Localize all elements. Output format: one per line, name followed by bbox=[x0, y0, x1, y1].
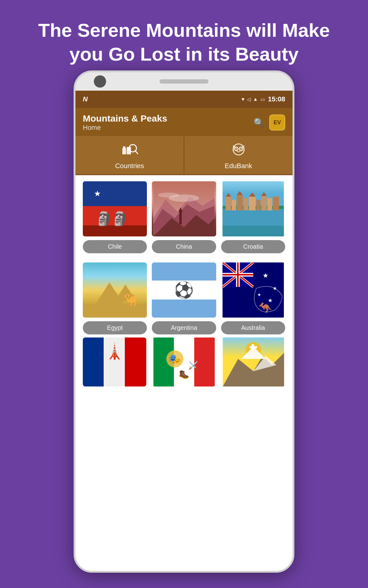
croatia-image bbox=[221, 181, 285, 236]
france-img-block: 🗼 bbox=[83, 337, 146, 386]
chile-img-block: 🗿 🗿 bbox=[83, 181, 147, 236]
arg-stripe-top bbox=[152, 262, 216, 281]
svg-text:★: ★ bbox=[257, 292, 261, 297]
china-label: China bbox=[152, 240, 216, 253]
tab-countries[interactable]: Countries bbox=[75, 136, 184, 174]
svg-rect-27 bbox=[261, 196, 266, 210]
svg-text:🦘: 🦘 bbox=[259, 301, 272, 314]
status-left: N bbox=[83, 95, 88, 103]
svg-rect-25 bbox=[249, 197, 255, 210]
egypt-bg: 🐪 bbox=[83, 262, 147, 318]
svg-point-9 bbox=[240, 148, 242, 149]
headline: The Serene Mountains will Make you Go Lo… bbox=[0, 0, 368, 78]
country-card-china[interactable]: China bbox=[152, 181, 216, 253]
search-button[interactable]: 🔍 bbox=[254, 118, 264, 128]
moai-2-icon: 🗿 bbox=[112, 211, 128, 227]
france-bg: 🗼 bbox=[83, 337, 146, 386]
france-image: 🗼 bbox=[83, 337, 146, 386]
eiffel-tower-icon: 🗼 bbox=[105, 342, 124, 360]
status-time: 15:08 bbox=[268, 95, 285, 103]
wifi-icon: ▾ bbox=[242, 96, 244, 103]
phone-top-bar bbox=[75, 72, 293, 91]
china-img-block bbox=[152, 181, 216, 236]
svg-rect-21 bbox=[225, 197, 231, 210]
nexus-icon: N bbox=[83, 95, 88, 103]
app-header: Mountains & Peaks Home 🔍 EV bbox=[75, 108, 293, 136]
page-wrapper: The Serene Mountains will Make you Go Lo… bbox=[0, 0, 368, 588]
soccer-ball-icon: ⚽ bbox=[174, 281, 194, 300]
battery-icon: ▭ bbox=[260, 96, 265, 102]
svg-text:🥾: 🥾 bbox=[178, 369, 189, 379]
svg-rect-0 bbox=[122, 148, 126, 154]
svg-point-8 bbox=[236, 148, 237, 149]
app-title: Mountains & Peaks bbox=[83, 113, 167, 124]
switzerland-image bbox=[222, 337, 285, 386]
chile-ground bbox=[83, 225, 147, 236]
svg-rect-1 bbox=[123, 146, 125, 149]
countries-tab-label: Countries bbox=[115, 162, 144, 170]
edubank-tab-icon bbox=[230, 141, 247, 161]
country-card-australia[interactable]: ★ ★ ★ ★ 🦘 Aus bbox=[221, 262, 285, 334]
svg-rect-28 bbox=[267, 198, 272, 210]
phone-speaker bbox=[159, 79, 209, 84]
svg-line-4 bbox=[135, 151, 138, 154]
country-card-argentina[interactable]: ⚽ Argentina bbox=[152, 262, 216, 334]
svg-rect-14 bbox=[179, 212, 182, 224]
chile-star-stripe bbox=[83, 181, 112, 206]
edubank-tab-label: EduBank bbox=[225, 162, 252, 170]
argentina-bg: ⚽ bbox=[152, 262, 216, 318]
svg-text:🎭: 🎭 bbox=[169, 353, 181, 365]
arg-stripe-bottom bbox=[152, 300, 216, 318]
phone-camera bbox=[94, 75, 106, 88]
countries-tab-icon bbox=[121, 141, 138, 161]
header-actions: 🔍 EV bbox=[254, 115, 285, 130]
argentina-image: ⚽ bbox=[152, 262, 216, 318]
australia-label: Australia bbox=[221, 321, 285, 334]
croatia-label: Croatia bbox=[221, 240, 285, 253]
tab-edubank[interactable]: EduBank bbox=[184, 136, 293, 174]
argentina-label: Argentina bbox=[152, 321, 216, 334]
status-icons: ▾ ◁ ▲ ▭ bbox=[242, 96, 265, 103]
svg-rect-26 bbox=[256, 200, 260, 210]
italy-image: 🎭 ⚔️ 🥾 bbox=[152, 337, 216, 386]
country-card-egypt[interactable]: 🐪 Egypt bbox=[83, 262, 147, 334]
svg-rect-63 bbox=[252, 344, 254, 350]
svg-rect-24 bbox=[243, 198, 248, 210]
argentina-img-block: ⚽ bbox=[152, 262, 216, 318]
app-content: 🗿 🗿 Chile bbox=[75, 175, 293, 571]
app-screen: N ▾ ◁ ▲ ▭ 15:08 Mountains & Peaks Home bbox=[75, 91, 293, 571]
svg-rect-22 bbox=[232, 200, 236, 210]
egypt-img-block: 🐪 bbox=[83, 262, 147, 318]
switzerland-img-block bbox=[222, 337, 285, 386]
svg-rect-34 bbox=[222, 226, 284, 236]
country-card-france[interactable]: 🗼 bbox=[83, 337, 146, 386]
egypt-label: Egypt bbox=[83, 321, 147, 334]
ev-badge[interactable]: EV bbox=[269, 115, 285, 130]
moai-1-icon: 🗿 bbox=[96, 211, 113, 227]
svg-rect-20 bbox=[222, 209, 284, 226]
australia-image: ★ ★ ★ ★ 🦘 bbox=[221, 262, 285, 318]
countries-grid-row3-partial: 🗼 bbox=[75, 337, 293, 393]
croatia-img-block bbox=[221, 181, 285, 236]
svg-point-17 bbox=[158, 193, 179, 198]
china-bg bbox=[152, 181, 216, 236]
chile-image: 🗿 🗿 bbox=[83, 181, 147, 236]
phone-container: N ▾ ◁ ▲ ▭ 15:08 Mountains & Peaks Home bbox=[74, 70, 294, 573]
country-card-croatia[interactable]: Croatia bbox=[221, 181, 285, 253]
country-card-italy[interactable]: 🎭 ⚔️ 🥾 bbox=[152, 337, 216, 386]
app-subtitle: Home bbox=[83, 124, 167, 132]
italy-img-block: 🎭 ⚔️ 🥾 bbox=[152, 337, 216, 386]
signal-bars-icon: ▲ bbox=[253, 96, 258, 102]
egypt-image: 🐪 bbox=[83, 262, 147, 318]
status-bar: N ▾ ◁ ▲ ▭ 15:08 bbox=[75, 91, 293, 108]
svg-text:⚔️: ⚔️ bbox=[188, 360, 198, 370]
china-image bbox=[152, 181, 216, 236]
countries-grid-row2: 🐪 Egypt bbox=[75, 256, 293, 337]
chile-bg: 🗿 🗿 bbox=[83, 181, 147, 236]
app-title-group: Mountains & Peaks Home bbox=[83, 113, 167, 132]
status-right: ▾ ◁ ▲ ▭ 15:08 bbox=[242, 95, 285, 103]
country-card-chile[interactable]: 🗿 🗿 Chile bbox=[83, 181, 147, 253]
svg-text:★: ★ bbox=[262, 272, 268, 279]
country-card-switzerland[interactable] bbox=[222, 337, 285, 386]
tab-bar: Countries bbox=[75, 136, 293, 175]
